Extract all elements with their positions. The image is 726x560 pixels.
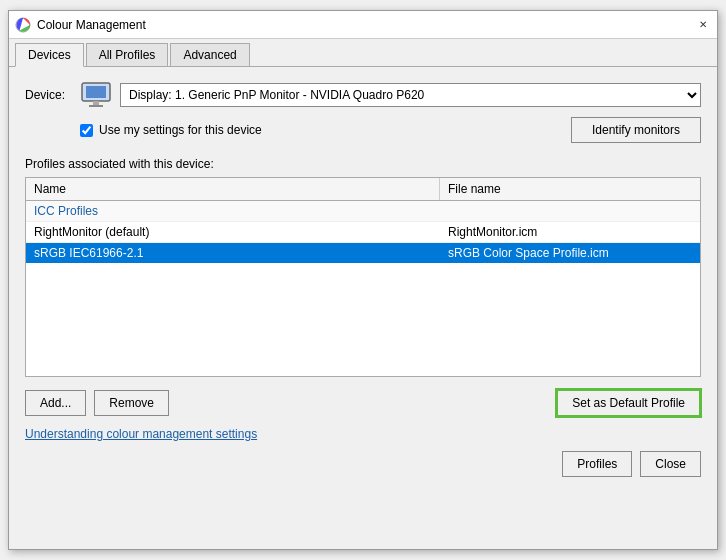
tab-devices[interactable]: Devices — [15, 43, 84, 67]
device-label: Device: — [25, 88, 80, 102]
profile-name: RightMonitor (default) — [26, 222, 440, 242]
profiles-table: Name File name ICC Profiles RightMonitor… — [25, 177, 701, 377]
table-row-selected[interactable]: sRGB IEC61966-2.1 sRGB Color Space Profi… — [26, 243, 700, 263]
understanding-link[interactable]: Understanding colour management settings — [25, 427, 257, 441]
tab-all-profiles[interactable]: All Profiles — [86, 43, 169, 66]
color-management-icon — [15, 17, 31, 33]
svg-rect-4 — [89, 105, 103, 107]
close-button[interactable]: ✕ — [695, 17, 711, 33]
use-settings-checkbox[interactable] — [80, 124, 93, 137]
checkbox-row: Use my settings for this device — [80, 123, 262, 137]
main-content: Device: Display: 1. Generic PnP Monitor … — [9, 67, 717, 491]
bottom-right-buttons: Profiles Close — [562, 451, 701, 477]
checkbox-label: Use my settings for this device — [99, 123, 262, 137]
icc-profiles-group: ICC Profiles — [26, 201, 700, 222]
close-dialog-button[interactable]: Close — [640, 451, 701, 477]
tab-advanced[interactable]: Advanced — [170, 43, 249, 66]
profile-filename-selected: sRGB Color Space Profile.icm — [440, 243, 700, 263]
link-row: Understanding colour management settings — [25, 427, 701, 441]
add-button[interactable]: Add... — [25, 390, 86, 416]
window-title: Colour Management — [37, 18, 146, 32]
profiles-heading: Profiles associated with this device: — [25, 157, 701, 171]
group-label: ICC Profiles — [26, 201, 700, 221]
table-header: Name File name — [26, 178, 700, 201]
device-select[interactable]: Display: 1. Generic PnP Monitor - NVIDIA… — [120, 83, 701, 107]
tabs-bar: Devices All Profiles Advanced — [9, 39, 717, 67]
monitor-icon — [80, 81, 114, 109]
table-row[interactable]: RightMonitor (default) RightMonitor.icm — [26, 222, 700, 243]
left-buttons: Add... Remove — [25, 390, 169, 416]
set-default-profile-button[interactable]: Set as Default Profile — [556, 389, 701, 417]
col-filename: File name — [440, 178, 700, 200]
col-name: Name — [26, 178, 440, 200]
svg-rect-3 — [93, 101, 99, 105]
profiles-button[interactable]: Profiles — [562, 451, 632, 477]
title-bar-left: Colour Management — [15, 17, 146, 33]
title-controls: ✕ — [695, 17, 711, 33]
profile-filename: RightMonitor.icm — [440, 222, 700, 242]
bottom-buttons-row: Add... Remove Set as Default Profile — [25, 389, 701, 417]
bottom-row: Profiles Close — [25, 451, 701, 477]
remove-button[interactable]: Remove — [94, 390, 169, 416]
svg-rect-2 — [86, 86, 106, 98]
title-bar: Colour Management ✕ — [9, 11, 717, 39]
identify-monitors-button[interactable]: Identify monitors — [571, 117, 701, 143]
profile-name-selected: sRGB IEC61966-2.1 — [26, 243, 440, 263]
colour-management-window: Colour Management ✕ Devices All Profiles… — [8, 10, 718, 550]
